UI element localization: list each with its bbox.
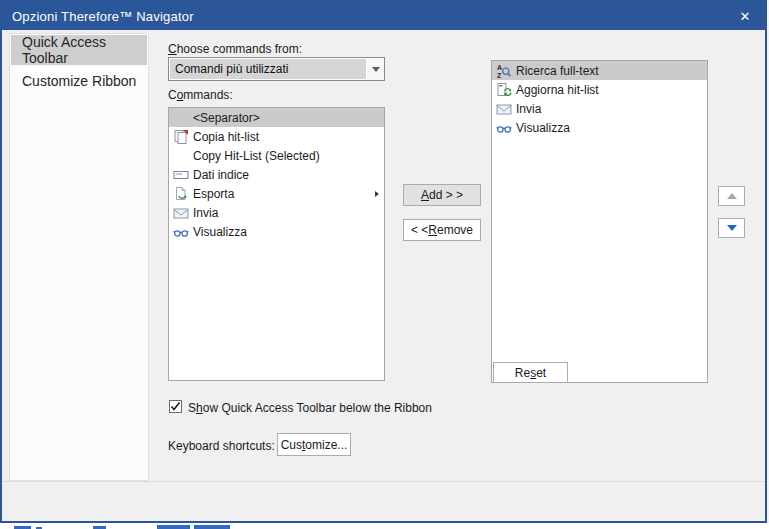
close-icon: ✕ [740,9,751,24]
screen: Opzioni Therefore™ Navigator ✕ Quick Acc… [0,0,769,529]
blank-icon-slot [172,148,190,164]
export-icon [172,186,190,202]
list-item[interactable]: <Separator> [169,108,384,127]
list-item-label: <Separator> [193,111,260,125]
checkmark-icon [170,401,181,412]
list-item-label: Ricerca full-text [516,64,599,78]
send-icon [495,101,513,117]
background-text-fragment [194,525,230,529]
list-item[interactable]: AZRicerca full-text [492,61,707,80]
list-item-label: Copy Hit-List (Selected) [193,149,320,163]
blank-icon-slot [172,110,190,126]
submenu-arrow-icon [375,191,384,197]
sidebar-nav: Quick Access ToolbarCustomize Ribbon [9,33,149,481]
copy-hitlist-icon [172,129,190,145]
add-button[interactable]: Add > > [403,184,481,206]
svg-text:A: A [497,64,502,71]
refresh-hitlist-icon [495,82,513,98]
list-item[interactable]: Invia [492,99,707,118]
list-item[interactable]: Visualizza [492,118,707,137]
sidebar-item-label: Quick Access Toolbar [22,34,147,66]
view-icon [172,224,190,240]
list-item[interactable]: Aggiorna hit-list [492,80,707,99]
dialog-body: Quick Access ToolbarCustomize Ribbon Cho… [2,30,765,521]
svg-text:Z: Z [497,71,502,78]
down-arrow-icon [727,225,737,231]
send-icon [172,205,190,221]
list-item-label: Dati indice [193,168,249,182]
list-item-label: Visualizza [516,121,570,135]
list-item[interactable]: Esporta [169,184,384,203]
index-data-icon [172,167,190,183]
list-item[interactable]: Copy Hit-List (Selected) [169,146,384,165]
dialog-footer: OK Cancel [2,481,765,521]
choose-commands-label: Choose commands from: [168,42,302,56]
customize-keyboard-button[interactable]: Customize... [277,433,351,456]
list-item-label: Copia hit-list [193,130,259,144]
close-button[interactable]: ✕ [725,2,765,30]
sidebar-item-quick-access-toolbar[interactable]: Quick Access Toolbar [11,35,147,65]
list-item[interactable]: Dati indice [169,165,384,184]
keyboard-shortcuts-label: Keyboard shortcuts: [168,439,275,453]
show-qat-below-ribbon-label: Show Quick Access Toolbar below the Ribb… [188,401,432,415]
background-window-sliver [0,523,769,529]
sidebar-item-label: Customize Ribbon [22,73,136,89]
options-dialog: Opzioni Therefore™ Navigator ✕ Quick Acc… [0,0,767,523]
dropdown-value: Comandi più utilizzati [170,59,366,79]
reset-button[interactable]: Reset [493,362,568,383]
up-arrow-icon [727,193,737,199]
list-item-label: Invia [193,206,218,220]
list-item-label: Aggiorna hit-list [516,83,599,97]
list-item[interactable]: Invia [169,203,384,222]
list-item[interactable]: Copia hit-list [169,127,384,146]
show-qat-below-ribbon-checkbox[interactable] [169,400,182,413]
commands-listbox[interactable]: <Separator>Copia hit-listCopy Hit-List (… [168,107,385,381]
commands-source-dropdown[interactable]: Comandi più utilizzati [168,57,385,81]
fulltext-search-icon: AZ [495,63,513,79]
list-item[interactable]: Visualizza [169,222,384,241]
move-up-button[interactable] [718,186,745,206]
view-icon [495,120,513,136]
dropdown-arrow-icon [372,67,380,72]
list-item-label: Visualizza [193,225,247,239]
list-item-label: Invia [516,102,541,116]
dropdown-arrow-button[interactable] [367,58,384,80]
remove-button[interactable]: < < Remove [403,219,481,241]
dialog-title: Opzioni Therefore™ Navigator [2,9,725,24]
sidebar-item-customize-ribbon[interactable]: Customize Ribbon [11,66,147,96]
list-item-label: Esporta [193,187,234,201]
titlebar: Opzioni Therefore™ Navigator ✕ [2,2,765,30]
commands-label: Commands: [168,88,233,102]
background-text-fragment [157,525,190,529]
move-down-button[interactable] [718,218,745,238]
toolbar-listbox[interactable]: AZRicerca full-textAggiorna hit-listInvi… [491,60,708,383]
